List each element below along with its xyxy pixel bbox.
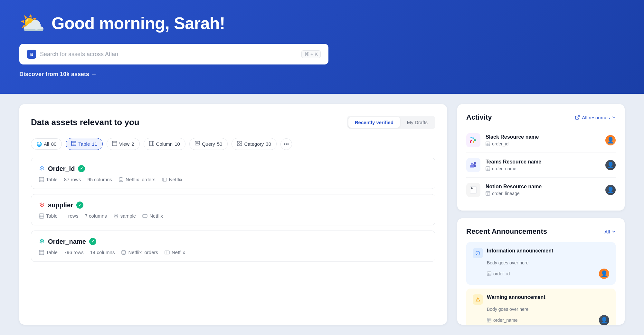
database-icon bbox=[121, 250, 126, 255]
asset-card-title: ❄ supplier bbox=[39, 201, 427, 209]
filter-view[interactable]: View 2 bbox=[107, 138, 140, 150]
snowflake-icon-teal: ❄ bbox=[39, 237, 45, 246]
filter-category[interactable]: Category 30 bbox=[232, 138, 277, 150]
table-icon-small bbox=[39, 213, 44, 219]
svg-point-28 bbox=[114, 214, 118, 215]
search-bar[interactable]: a Search for assets across Atlan ⌘ + K bbox=[19, 44, 328, 64]
svg-point-21 bbox=[119, 177, 123, 179]
verified-badge bbox=[76, 202, 83, 209]
svg-rect-16 bbox=[240, 144, 242, 146]
teams-resource-name: Teams Resource name bbox=[486, 159, 600, 165]
svg-rect-53 bbox=[486, 192, 490, 195]
filter-row: 🌐 All 80 Table 11 bbox=[31, 138, 435, 150]
ann-header: Information announcement bbox=[473, 248, 609, 258]
svg-rect-15 bbox=[237, 144, 239, 146]
notion-logo-icon: N bbox=[466, 183, 480, 197]
tab-recently-verified[interactable]: Recently verified bbox=[348, 117, 400, 128]
filter-query-label: Query bbox=[202, 141, 215, 147]
ann-warning-body: Body goes over here bbox=[473, 307, 609, 312]
panel-title: Data assets relevant to you bbox=[31, 117, 139, 127]
asset-columns: 7 columns bbox=[85, 213, 107, 219]
greeting-row: ⛅ Good morning, Sarah! bbox=[19, 13, 625, 34]
asset-type: Table bbox=[39, 177, 58, 182]
source-icon bbox=[142, 213, 147, 219]
table-icon-tiny bbox=[487, 318, 491, 322]
table-icon-small bbox=[39, 250, 44, 255]
svg-point-59 bbox=[478, 252, 478, 252]
announcement-info[interactable]: Information announcement Body goes over … bbox=[466, 242, 616, 285]
main-content: Data assets relevant to you Recently ver… bbox=[0, 94, 644, 335]
asset-card-title: ❄ Order_id bbox=[39, 164, 427, 173]
query-icon bbox=[195, 141, 200, 147]
weather-emoji: ⛅ bbox=[19, 13, 45, 34]
asset-name: Order_id bbox=[48, 165, 75, 172]
filter-all-label: All bbox=[44, 141, 49, 147]
filter-table-count: 11 bbox=[92, 141, 97, 147]
activity-item-teams[interactable]: Teams Resource name order_name 👤 bbox=[466, 153, 616, 178]
filter-column-label: Column bbox=[156, 141, 173, 147]
discover-link[interactable]: Discover from 10k assets → bbox=[19, 71, 328, 78]
asset-schema: Netflix_orders bbox=[121, 250, 158, 255]
svg-point-35 bbox=[122, 250, 126, 252]
asset-source: Netflix bbox=[165, 250, 185, 255]
filter-all-count: 80 bbox=[51, 141, 57, 147]
filter-table-label: Table bbox=[78, 141, 90, 147]
svg-rect-66 bbox=[487, 318, 491, 322]
filter-table[interactable]: Table 11 bbox=[66, 138, 103, 150]
tab-my-drafts[interactable]: My Drafts bbox=[401, 117, 434, 128]
filter-all[interactable]: 🌐 All 80 bbox=[31, 138, 62, 150]
svg-rect-14 bbox=[240, 141, 242, 143]
announcements-title: Recent Announcements bbox=[466, 227, 547, 236]
filter-more-button[interactable]: ••• bbox=[280, 138, 292, 150]
announcement-warning[interactable]: Warning announcement Body goes over here… bbox=[466, 289, 616, 325]
announcements-panel: Recent Announcements All bbox=[457, 218, 625, 325]
slack-resource-name: Slack Resource name bbox=[486, 134, 600, 140]
filter-column[interactable]: Column 10 bbox=[144, 138, 185, 150]
svg-rect-0 bbox=[71, 141, 76, 146]
activity-item-notion[interactable]: N Notion Resource name bbox=[466, 178, 616, 202]
table-icon-small bbox=[39, 177, 44, 182]
asset-type: Table bbox=[39, 213, 58, 219]
asset-rows: ~ rows bbox=[64, 213, 79, 219]
svg-rect-39 bbox=[486, 142, 490, 146]
warning-icon bbox=[473, 294, 483, 305]
database-icon bbox=[113, 213, 118, 219]
notion-asset-name: order_lineage bbox=[492, 191, 520, 196]
table-icon-tiny bbox=[486, 166, 490, 171]
svg-rect-24 bbox=[39, 214, 44, 218]
asset-columns: 95 columns bbox=[87, 177, 112, 182]
ann-info-footer: order_id 👤 bbox=[473, 269, 609, 279]
asset-card-order-id[interactable]: ❄ Order_id Table 87 rows 95 columns bbox=[31, 158, 435, 189]
activity-title: Activity bbox=[466, 113, 492, 122]
search-shortcut-badge: ⌘ + K bbox=[301, 50, 321, 58]
teams-asset-name: order_name bbox=[492, 166, 516, 171]
svg-rect-4 bbox=[112, 141, 117, 146]
svg-rect-22 bbox=[162, 178, 167, 181]
announcements-all-button[interactable]: All bbox=[604, 229, 616, 234]
all-resources-button[interactable]: All resources bbox=[575, 115, 616, 120]
chevron-down-icon bbox=[612, 115, 616, 119]
announcements-header: Recent Announcements All bbox=[466, 227, 616, 236]
asset-card-order-name[interactable]: ❄ Order_name Table 796 rows 14 columns bbox=[31, 231, 435, 262]
filter-category-count: 30 bbox=[266, 141, 271, 147]
globe-icon: 🌐 bbox=[36, 142, 42, 147]
svg-text:N: N bbox=[471, 187, 472, 190]
category-icon bbox=[237, 141, 242, 147]
filter-view-count: 2 bbox=[131, 141, 134, 147]
asset-source: Netflix bbox=[142, 213, 163, 219]
ann-warning-title: Warning announcement bbox=[487, 294, 545, 300]
asset-card-supplier[interactable]: ❄ supplier Table ~ rows 7 columns bbox=[31, 194, 435, 225]
filter-query[interactable]: Query 50 bbox=[189, 138, 228, 150]
svg-rect-31 bbox=[39, 250, 44, 255]
table-icon-tiny bbox=[486, 142, 490, 146]
greeting-title: Good morning, Sarah! bbox=[52, 14, 225, 33]
snowflake-icon-blue: ❄ bbox=[39, 164, 45, 173]
asset-schema: Netflix_orders bbox=[118, 177, 156, 182]
link-icon bbox=[575, 115, 580, 120]
teams-logo-icon bbox=[466, 158, 480, 172]
svg-line-38 bbox=[577, 115, 579, 117]
activity-item-slack[interactable]: Slack Resource name order_id 👤 bbox=[466, 128, 616, 153]
verified-badge bbox=[89, 238, 96, 245]
source-icon bbox=[162, 177, 167, 182]
asset-schema: sample bbox=[113, 213, 136, 219]
